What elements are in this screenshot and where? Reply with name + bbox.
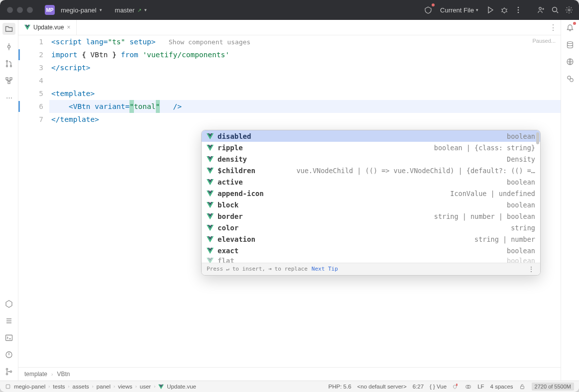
database-tool-button[interactable] (565, 40, 575, 50)
problems-tool-button[interactable] (4, 350, 14, 360)
completion-item[interactable]: append-iconIconValue | undefined (202, 188, 540, 199)
hexagon-icon (5, 300, 13, 308)
completion-item[interactable]: borderstring | number | boolean (202, 210, 540, 222)
settings-button[interactable] (562, 3, 576, 17)
traffic-close[interactable] (7, 7, 13, 13)
breadcrumb-item[interactable]: VBtn (57, 371, 70, 378)
search-everywhere[interactable] (548, 3, 562, 17)
completion-list[interactable]: disabledbooleanrippleboolean | {class: s… (202, 130, 540, 263)
nav-seg[interactable]: panel (97, 384, 111, 390)
run-configuration[interactable]: Current File ▾ (435, 6, 483, 14)
popup-more-button[interactable]: ⋮ (528, 263, 535, 276)
code-line[interactable]: <VBtn variant="tonal" /> (49, 100, 561, 113)
status-inspections[interactable] (453, 384, 459, 390)
code-editor[interactable]: Paused... 1 2 3 4 5 6 7 <script lang="ts… (18, 35, 561, 367)
completion-item[interactable]: densityDensity (202, 153, 540, 165)
git-branch-widget[interactable]: master ↗ ▾ (107, 0, 152, 20)
completion-item[interactable]: exactboolean (202, 245, 540, 256)
editor-tabs-more[interactable]: ⋮ (546, 20, 561, 35)
gutter-line[interactable]: 6 (18, 100, 43, 113)
pull-requests-tool-button[interactable] (4, 59, 14, 69)
nav-seg[interactable]: assets (73, 384, 89, 390)
more-actions[interactable] (511, 3, 525, 17)
completion-item[interactable]: blockboolean (202, 199, 540, 210)
completion-item[interactable]: elevationstring | number (202, 233, 540, 245)
completion-item[interactable]: $childrenvue.VNodeChild | (() => vue.VNo… (202, 165, 540, 176)
code-line[interactable]: import { VBtn } from 'vuetify/components… (49, 48, 561, 61)
completion-item-type: vue.VNodeChild | (() => vue.VNodeChild) … (296, 164, 535, 177)
structure-tool-button[interactable] (4, 76, 14, 86)
status-lang[interactable]: { } Vue (430, 384, 447, 390)
nav-seg[interactable]: user (140, 384, 151, 390)
inlay-hint-usages[interactable]: Show component usages (169, 38, 250, 46)
inspections-widget[interactable] (421, 3, 435, 17)
traffic-minimize[interactable] (17, 7, 23, 13)
status-coverage[interactable] (465, 384, 471, 390)
project-selector[interactable]: MP megio-panel ▾ (40, 0, 107, 20)
vue-prop-icon (207, 133, 214, 140)
status-php[interactable]: PHP: 5.6 (329, 384, 351, 390)
code-with-me[interactable] (534, 3, 548, 17)
status-caret[interactable]: 6:27 (413, 384, 424, 390)
completion-item[interactable]: activeboolean (202, 176, 540, 188)
popup-scrollbar[interactable] (536, 132, 539, 144)
completion-popup: disabledbooleanrippleboolean | {class: s… (201, 130, 541, 276)
faces-icon (566, 75, 574, 83)
traffic-zoom[interactable] (27, 7, 33, 13)
notifications-button[interactable] (565, 23, 575, 33)
status-server[interactable]: <no default server> (357, 384, 407, 390)
code-line[interactable] (49, 74, 561, 87)
chip-icon (5, 384, 11, 390)
debug-button[interactable] (497, 3, 511, 17)
gutter-line[interactable]: 1 (18, 35, 43, 48)
ai-assistant-tool-button[interactable] (565, 74, 575, 84)
gutter-line[interactable]: 7 (18, 113, 43, 126)
breadcrumb-item[interactable]: template (24, 371, 47, 378)
completion-item[interactable]: rippleboolean | {class: string} (202, 142, 540, 153)
code-line[interactable]: </template> (49, 113, 561, 126)
next-tip-link[interactable]: Next Tip (312, 263, 338, 276)
services-tool-button[interactable] (4, 299, 14, 309)
bug-icon (500, 6, 508, 14)
gutter-line[interactable]: 3 (18, 61, 43, 74)
navigation-bar[interactable]: megio-panel ›tests ›assets ›panel ›views… (5, 384, 196, 390)
nav-project[interactable]: megio-panel (14, 384, 45, 390)
nav-seg[interactable]: views (118, 384, 132, 390)
completion-item[interactable]: colorstring (202, 222, 540, 233)
status-readonly[interactable] (519, 384, 526, 390)
todo-tool-button[interactable] (4, 316, 14, 326)
editor-tab-update-vue[interactable]: Update.vue × (18, 20, 77, 35)
vcs-tool-button[interactable] (4, 367, 14, 377)
svg-rect-29 (521, 386, 524, 389)
run-button[interactable] (483, 3, 497, 17)
status-memory[interactable]: 2720 of 5500M (532, 383, 574, 391)
code-line[interactable]: <script lang="ts" setup> Show component … (49, 35, 561, 48)
editor-tabbar: Update.vue × ⋮ (18, 20, 561, 35)
lock-open-icon (519, 384, 525, 390)
remote-host-tool-button[interactable] (565, 57, 575, 67)
terminal-tool-button[interactable] (4, 333, 14, 343)
code-line[interactable]: </script> (49, 61, 561, 74)
nav-file[interactable]: Update.vue (167, 384, 196, 390)
svg-point-13 (10, 66, 12, 67)
svg-point-22 (568, 42, 573, 44)
tab-close-button[interactable]: × (67, 24, 70, 31)
commit-tool-button[interactable] (4, 42, 14, 52)
completion-item[interactable]: flatboolean (202, 256, 540, 263)
nav-seg[interactable]: tests (53, 384, 65, 390)
status-indent[interactable]: 4 spaces (490, 384, 513, 390)
completion-item[interactable]: disabledboolean (202, 130, 540, 142)
chevron-down-icon: ▾ (100, 7, 102, 12)
more-tool-windows[interactable]: ⋯ (4, 93, 14, 102)
gutter-line[interactable]: 2 (18, 48, 43, 61)
warning-circle-icon (5, 351, 13, 359)
play-icon (486, 6, 494, 14)
code-lines[interactable]: <script lang="ts" setup> Show component … (49, 35, 561, 367)
status-line-separator[interactable]: LF (477, 384, 484, 390)
vue-prop-icon (207, 179, 214, 186)
code-line[interactable]: <template> (49, 87, 561, 100)
gutter-line[interactable]: 5 (18, 87, 43, 100)
git-icon (5, 368, 13, 376)
project-tool-button[interactable] (2, 23, 15, 35)
gutter-line[interactable]: 4 (18, 74, 43, 87)
